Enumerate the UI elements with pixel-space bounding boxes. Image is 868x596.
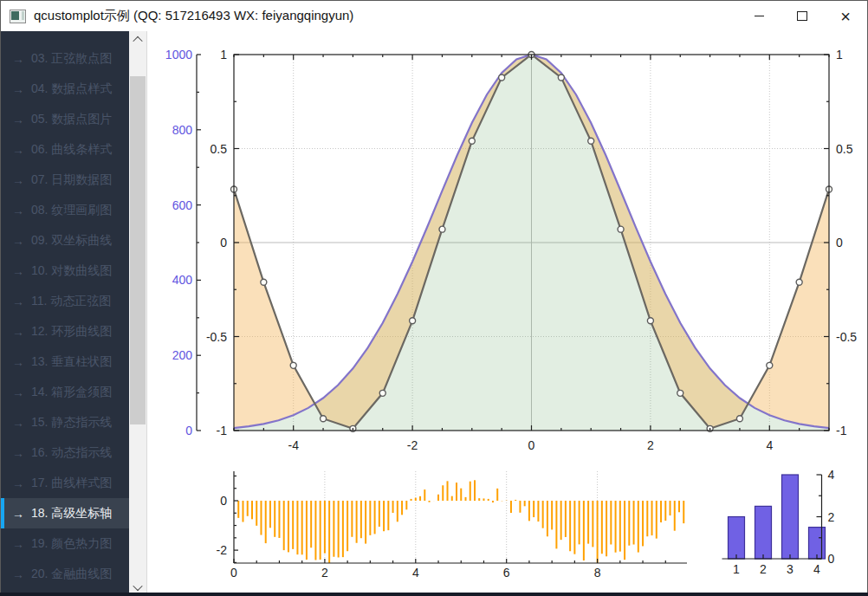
sidebar-item-09[interactable]: →09. 双坐标曲线 [1,225,129,256]
arrow-icon: → [12,446,24,460]
svg-text:4: 4 [412,566,419,580]
sidebar-item-10[interactable]: →10. 对数曲线图 [1,256,129,286]
sidebar-item-07[interactable]: →07. 日期数据图 [1,165,129,195]
sidebar-item-06[interactable]: →06. 曲线条样式 [1,134,129,165]
svg-text:0: 0 [220,236,227,249]
arrow-icon: → [12,82,24,96]
sidebar-item-label: 20. 金融曲线图 [31,567,112,582]
sidebar-item-label: 15. 静态指示线 [31,415,112,431]
sidebar-item-label: 08. 纹理画刷图 [31,203,112,218]
svg-text:0: 0 [220,494,227,508]
svg-text:2: 2 [321,566,328,580]
sidebar-item-label: 11. 动态正弦图 [31,294,111,309]
sidebar-item-label: 13. 垂直柱状图 [31,354,112,370]
sidebar-item-label: 04. 数据点样式 [31,81,112,97]
sidebar-item-17[interactable]: →17. 曲线样式图 [1,468,129,498]
arrow-icon: → [12,507,24,521]
svg-text:2: 2 [647,438,654,452]
title-bar: qcustomplot示例 (QQ: 517216493 WX: feiyang… [1,1,867,32]
svg-text:600: 600 [172,198,193,212]
svg-text:0.5: 0.5 [211,142,228,156]
impulse-plot: 024680-2 [217,471,687,580]
arrow-icon: → [12,52,24,66]
minimize-button[interactable] [737,1,781,31]
arrow-icon: → [12,264,24,278]
svg-text:-4: -4 [288,438,299,452]
scrollbar-thumb[interactable] [130,76,146,424]
sidebar-item-label: 07. 日期数据图 [31,172,112,188]
sidebar-item-16[interactable]: →16. 动态指示线 [1,437,129,468]
svg-text:4: 4 [813,562,820,576]
svg-text:-0.5: -0.5 [836,330,857,344]
sidebar-item-label: 14. 箱形盒须图 [31,385,112,400]
sidebar-item-label: 17. 曲线样式图 [31,476,112,491]
arrow-icon: → [12,204,24,217]
chevron-up-icon [133,36,142,45]
qcustomplot-canvas[interactable]: -4-202410.50-0.5-110.50-0.5-102004006008… [164,31,867,596]
bar-1 [729,517,745,560]
sidebar-item-14[interactable]: →14. 箱形盒须图 [1,377,129,407]
sidebar-item-11[interactable]: →11. 动态正弦图 [1,286,129,316]
app-icon [10,10,26,23]
svg-text:4: 4 [828,468,835,482]
svg-text:0.5: 0.5 [836,142,853,156]
sidebar-item-label: 09. 双坐标曲线 [31,233,112,249]
sidebar-item-15[interactable]: →15. 静态指示线 [1,407,129,437]
window-controls: × [737,1,867,31]
svg-text:-1: -1 [217,424,228,437]
svg-text:3: 3 [787,562,794,576]
svg-text:0: 0 [230,566,237,580]
sidebar-item-03[interactable]: →03. 正弦散点图 [1,43,129,74]
sidebar-item-18[interactable]: →18. 高级坐标轴 [1,498,129,528]
sidebar-item-label: 12. 环形曲线图 [31,324,112,340]
close-button[interactable]: × [824,1,867,31]
bar-3 [782,475,799,559]
svg-text:0: 0 [528,438,535,452]
sidebar-item-label: 06. 曲线条样式 [31,142,112,158]
window-title: qcustomplot示例 (QQ: 517216493 WX: feiyang… [34,8,353,24]
arrow-icon: → [12,173,24,187]
chevron-down-icon [133,580,142,590]
sidebar-item-13[interactable]: →13. 垂直柱状图 [1,347,129,377]
sidebar-item-19[interactable]: →19. 颜色热力图 [1,528,129,559]
sidebar-item-20[interactable]: →20. 金融曲线图 [1,559,129,589]
sidebar-item-label: 05. 数据点图片 [31,112,112,127]
minimize-icon [755,16,764,16]
sidebar-item-label: 10. 对数曲线图 [31,263,112,279]
svg-text:1000: 1000 [165,48,192,62]
svg-text:-2: -2 [407,438,418,452]
maximize-icon [797,11,807,21]
svg-text:-1: -1 [836,424,847,437]
sidebar-item-label: 19. 颜色热力图 [31,536,112,552]
arrow-icon: → [12,325,24,339]
arrow-icon: → [12,234,24,248]
sidebar-item-04[interactable]: →04. 数据点样式 [1,74,129,104]
sidebar-item-12[interactable]: →12. 环形曲线图 [1,316,129,347]
svg-text:400: 400 [172,273,193,287]
bars [729,475,826,559]
svg-text:-0.5: -0.5 [206,330,227,344]
sidebar-scrollbar[interactable] [129,31,146,595]
svg-text:1: 1 [733,562,740,576]
svg-text:800: 800 [172,123,193,137]
svg-text:2: 2 [760,562,767,576]
arrow-icon: → [12,537,24,551]
sidebar-item-label: 16. 动态指示线 [31,445,112,461]
svg-text:0: 0 [836,236,843,249]
arrow-icon: → [12,355,24,369]
outer-left-axis: 02004006008001000 [165,48,201,437]
svg-text:8: 8 [594,566,601,580]
impulse-stems [238,480,683,563]
svg-text:2: 2 [828,510,835,524]
arrow-icon: → [12,295,24,308]
sidebar-item-08[interactable]: →08. 纹理画刷图 [1,195,129,225]
arrow-icon: → [12,385,24,399]
taskbar-edge [0,593,868,596]
sidebar-item-05[interactable]: →05. 数据点图片 [1,104,129,134]
svg-text:4: 4 [766,438,773,452]
maximize-button[interactable] [781,1,824,31]
svg-text:1: 1 [220,48,227,62]
scroll-up-button[interactable] [129,31,146,48]
sidebar-item-label: 03. 正弦散点图 [31,51,112,67]
bar-plot: 1234024 [722,468,835,576]
